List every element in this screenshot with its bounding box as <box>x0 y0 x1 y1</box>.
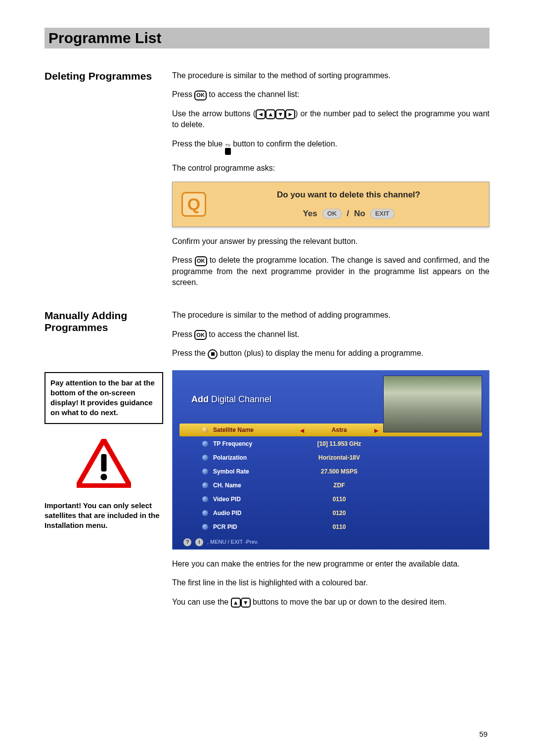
deleting-p3: Use the arrow buttons (◄▲▼►) or the numb… <box>172 108 490 131</box>
section-adding: Manually Adding Programmes The procedure… <box>44 310 490 367</box>
arrow-up-icon: ▲ <box>266 109 275 119</box>
value-arrow-right-icon[interactable]: ► <box>373 426 380 436</box>
osd-row[interactable]: PolarizationHorizontal-18V <box>179 451 482 464</box>
ok-icon: OK <box>195 256 207 266</box>
tv-button-icon: TV <box>225 143 231 155</box>
adding-p5: The first line in the list is highlighte… <box>172 577 490 588</box>
svg-rect-1 <box>101 454 107 472</box>
osd-row-value: [10] 11.953 GHz <box>300 440 379 448</box>
osd-row-label: Video PID <box>213 495 300 504</box>
arrow-down-icon: ▼ <box>275 109 285 119</box>
page-title-bar: Programme List <box>44 28 490 48</box>
adding-p3: Press the button (plus) to display the m… <box>172 348 490 359</box>
adding-p4: Here you can make the entries for the ne… <box>172 559 490 569</box>
osd-row-value: 0120 <box>300 509 379 518</box>
heading-adding: Manually Adding Programmes <box>44 310 163 333</box>
osd-row[interactable]: PCR PID0110 <box>179 520 482 533</box>
osd-row[interactable]: Symbol Rate27.500 MSPS <box>179 465 482 478</box>
arrow-left-icon: ◄ <box>256 109 266 119</box>
dialog-ok-button[interactable]: OK <box>322 209 342 219</box>
osd-row-label: Satellite Name <box>213 426 300 434</box>
adding-p1: The procedure is similar to the method o… <box>172 310 490 321</box>
help-badge-icon: ? <box>183 538 191 546</box>
question-icon: Q <box>181 192 206 217</box>
arrow-right-icon: ► <box>285 109 295 119</box>
svg-point-2 <box>100 473 107 480</box>
bullet-icon <box>202 469 208 474</box>
warning-icon <box>77 439 131 488</box>
important-note: Important! You can only select satellite… <box>44 501 163 531</box>
ok-icon: OK <box>194 330 207 340</box>
page-number: 59 <box>479 730 488 738</box>
delete-confirm-dialog: Q Do you want to delete this channel? Ye… <box>172 182 490 227</box>
adding-p6: You can use the ▲▼ buttons to move the b… <box>172 597 490 608</box>
ok-icon: OK <box>194 91 207 100</box>
osd-row[interactable]: CH. NameZDF <box>179 479 482 492</box>
deleting-p2: Press OK to access the channel list: <box>172 89 490 100</box>
deleting-p4: Press the blue TV button to confirm the … <box>172 139 490 155</box>
osd-footer: ? i , MENU / EXIT -Prev. <box>179 538 482 546</box>
dialog-question: Do you want to delete this channel? <box>217 189 480 201</box>
tip-box: Pay attention to the bar at the bottom o… <box>44 372 163 424</box>
dialog-buttons: Yes OK / No EXIT <box>217 208 480 220</box>
osd-row-value: 0110 <box>300 523 379 531</box>
osd-row-value: ◄Astra► <box>300 426 379 434</box>
bullet-icon <box>202 482 208 488</box>
page-title: Programme List <box>48 30 486 47</box>
plus-button-icon <box>208 349 218 359</box>
osd-row-label: Symbol Rate <box>213 468 300 476</box>
add-channel-osd: Add Digital Channel Satellite Name◄Astra… <box>172 370 490 550</box>
arrow-down-icon: ▼ <box>241 598 251 608</box>
deleting-p5: The control programme asks: <box>172 163 490 174</box>
osd-row-value: ZDF <box>300 481 379 490</box>
section-deleting: Deleting Programmes The procedure is sim… <box>44 70 490 296</box>
osd-row-label: Audio PID <box>213 509 300 518</box>
osd-row-label: CH. Name <box>213 481 300 490</box>
osd-row-value: 0110 <box>300 495 379 504</box>
bullet-icon <box>202 427 208 433</box>
osd-row-value: 27.500 MSPS <box>300 468 379 476</box>
heading-deleting: Deleting Programmes <box>44 70 163 82</box>
osd-row-label: TP Frequency <box>213 440 300 448</box>
osd-row-value: Horizontal-18V <box>300 454 379 462</box>
osd-preview-thumbnail <box>383 376 482 432</box>
deleting-p6: Confirm your answer by pressing the rele… <box>172 236 490 247</box>
info-badge-icon: i <box>195 538 203 546</box>
deleting-p1: The procedure is similar to the method o… <box>172 70 490 81</box>
bullet-icon <box>202 496 208 502</box>
osd-row[interactable]: TP Frequency[10] 11.953 GHz <box>179 437 482 450</box>
bullet-icon <box>202 524 208 530</box>
arrow-up-icon: ▲ <box>231 598 241 608</box>
dialog-exit-button[interactable]: EXIT <box>370 209 395 219</box>
osd-row[interactable]: Video PID0110 <box>179 493 482 506</box>
bullet-icon <box>202 510 208 516</box>
adding-p2: Press OK to access the channel list. <box>172 329 490 340</box>
osd-row-label: Polarization <box>213 454 300 462</box>
osd-row[interactable]: Audio PID0120 <box>179 507 482 520</box>
value-arrow-left-icon[interactable]: ◄ <box>299 426 306 436</box>
section-adding-body: Pay attention to the bar at the bottom o… <box>44 370 490 615</box>
osd-row-label: PCR PID <box>213 523 300 531</box>
bullet-icon <box>202 455 208 461</box>
bullet-icon <box>202 441 208 447</box>
deleting-p7: Press OK to delete the programme locatio… <box>172 255 490 288</box>
